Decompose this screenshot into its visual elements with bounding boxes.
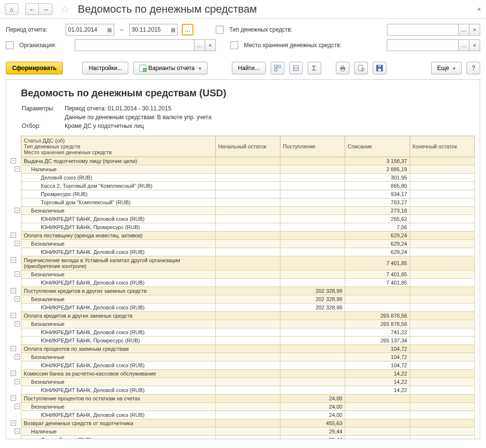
- table-row[interactable]: ЮНИКРЕДИТ БАНК, Деловой союз (RUB)104,72: [21, 361, 475, 370]
- svg-rect-12: [378, 69, 381, 71]
- period-picker-button[interactable]: …: [182, 24, 193, 36]
- preview-icon[interactable]: [354, 62, 368, 74]
- find-button[interactable]: Найти...: [232, 62, 266, 74]
- money-type-select-button[interactable]: …: [459, 24, 469, 36]
- table-row[interactable]: −Выдача ДС подотчетному лицу (прочие цел…: [21, 157, 475, 165]
- table-row[interactable]: −Поступление процентов по остаткам на сч…: [21, 394, 475, 403]
- table-row[interactable]: −Безналичные265 878,56: [21, 320, 475, 328]
- variants-button[interactable]: Варианты отчета: [133, 62, 207, 74]
- table-row[interactable]: Промресурс (RUB)934,17: [21, 190, 475, 198]
- collapse-toggle[interactable]: −: [15, 241, 20, 246]
- collapse-toggle[interactable]: −: [11, 346, 16, 351]
- settings-button[interactable]: Настройки...: [82, 62, 128, 74]
- storage-checkbox[interactable]: [230, 41, 238, 49]
- save-icon[interactable]: [373, 62, 386, 74]
- collapse-toggle[interactable]: −: [11, 395, 16, 401]
- storage-input[interactable]: [387, 39, 459, 51]
- data-table: Статья ДДС (об) Тип денежных средств Мес…: [21, 136, 475, 439]
- collapse-toggle[interactable]: −: [11, 158, 16, 163]
- collapse-toggle[interactable]: −: [11, 257, 16, 263]
- money-type-checkbox[interactable]: [216, 26, 224, 34]
- table-row[interactable]: ЮНИКРЕДИТ БАНК, Деловой союз (RUB)7 401,…: [21, 279, 475, 287]
- table-row[interactable]: −Безналичные24,00: [21, 403, 475, 411]
- table-row[interactable]: ЮНИКРЕДИТ БАНК, Деловой союз (RUB)741,22: [21, 328, 475, 337]
- more-button[interactable]: Еще: [431, 62, 462, 74]
- col-closing: Конечный остаток: [410, 136, 474, 157]
- calendar-icon[interactable]: ▦: [171, 27, 175, 33]
- calendar-icon[interactable]: ▦: [107, 27, 112, 33]
- collapse-toggle[interactable]: −: [15, 208, 20, 213]
- print-icon[interactable]: [336, 62, 349, 74]
- period-label: Период отчета:: [6, 26, 62, 33]
- table-row[interactable]: ЮНИКРЕДИТ БАНК, Деловой союз (RUB)202 32…: [21, 304, 475, 312]
- table-row[interactable]: Деловой союз (RUB)301,95: [21, 174, 475, 182]
- table-row[interactable]: −Безналичные14,22: [21, 378, 475, 386]
- org-input[interactable]: [75, 39, 194, 51]
- sum-icon[interactable]: Σ: [308, 62, 321, 74]
- table-row[interactable]: −Наличные29,44: [21, 428, 475, 436]
- table-row[interactable]: −Безналичные104,72: [21, 353, 475, 361]
- collapse-toggle[interactable]: −: [11, 233, 16, 238]
- collapse-toggle[interactable]: −: [11, 371, 16, 376]
- collapse-groups-icon[interactable]: [289, 62, 303, 74]
- expand-groups-icon[interactable]: [271, 62, 284, 74]
- money-type-clear-button[interactable]: ×: [469, 24, 480, 36]
- collapse-toggle[interactable]: −: [11, 313, 16, 318]
- collapse-toggle[interactable]: −: [15, 429, 20, 434]
- forward-button[interactable]: →: [39, 3, 52, 15]
- table-row[interactable]: −Безналичные273,18: [21, 207, 475, 215]
- svg-rect-8: [341, 69, 344, 71]
- group-header-3: Место хранения денежных средств: [24, 149, 213, 155]
- table-row[interactable]: ЮНИКРЕДИТ БАНК, Промресурс (RUB)265 137,…: [21, 337, 475, 345]
- collapse-toggle[interactable]: −: [15, 271, 20, 277]
- home-button[interactable]: ⌂: [5, 3, 18, 15]
- table-row[interactable]: Торговый дом "Комплексный" (RUB)783,27: [21, 198, 475, 207]
- org-checkbox[interactable]: [6, 41, 14, 49]
- collapse-toggle[interactable]: −: [15, 296, 20, 302]
- collapse-toggle[interactable]: −: [11, 420, 16, 426]
- back-button[interactable]: ←: [25, 3, 39, 15]
- date-from-input[interactable]: 01.01.2014▦: [66, 24, 114, 36]
- col-opening: Начальный остаток: [215, 136, 280, 157]
- collapse-toggle[interactable]: −: [15, 354, 20, 359]
- table-row[interactable]: Деловой союз (RUB)29,44: [21, 436, 475, 440]
- svg-text:Σ: Σ: [312, 64, 316, 72]
- table-row[interactable]: −Оплата кредитов и других заемных средст…: [21, 312, 475, 320]
- help-icon[interactable]: ?: [467, 62, 480, 74]
- money-type-input[interactable]: [387, 24, 459, 36]
- table-row[interactable]: −Наличные2 885,19: [21, 165, 475, 174]
- favorite-star-icon[interactable]: ☆: [60, 3, 70, 16]
- table-row[interactable]: ЮНИКРЕДИТ БАНК, Деловой союз (RUB)14,22: [21, 386, 475, 394]
- table-row[interactable]: ЮНИКРЕДИТ БАНК, Промресурс (RUB)7,56: [21, 223, 475, 232]
- table-row[interactable]: −Оплата процентов по заемным средствам10…: [21, 345, 475, 353]
- table-row[interactable]: −Поступление кредитов и других заемных с…: [21, 287, 475, 295]
- date-to-input[interactable]: 30.11.2015▦: [129, 24, 178, 36]
- table-row[interactable]: ЮНИКРЕДИТ БАНК, Деловой союз (RUB)265,62: [21, 215, 475, 223]
- table-row[interactable]: ЮНИКРЕДИТ БАНК, Деловой союз (RUB)24,00: [21, 411, 475, 419]
- page-title: Ведомость по денежным средствам: [78, 3, 257, 16]
- collapse-toggle[interactable]: −: [15, 379, 20, 384]
- org-select-button[interactable]: …: [194, 39, 205, 51]
- table-row[interactable]: Касса 2, Торговый дом "Комплексный" (RUB…: [21, 182, 475, 190]
- storage-label: Место хранения денежных средств:: [244, 42, 342, 49]
- report-area[interactable]: − Ведомость по денежным средствам (USD) …: [6, 79, 480, 439]
- table-row[interactable]: −Возврат денежных средств от подотчетник…: [21, 419, 475, 428]
- table-row[interactable]: −Безналичные629,24: [21, 240, 475, 248]
- table-row[interactable]: ЮНИКРЕДИТ БАНК, Деловой союз (RUB)629,24: [21, 248, 475, 256]
- collapse-toggle[interactable]: −: [15, 404, 20, 409]
- collapse-toggle[interactable]: −: [15, 321, 20, 326]
- svg-rect-0: [275, 65, 277, 68]
- table-row[interactable]: −Безналичные7 401,85: [21, 270, 475, 279]
- table-row[interactable]: −Оплата поставщику (аренда инвестиц. акт…: [21, 232, 475, 240]
- close-button[interactable]: ×: [477, 5, 481, 13]
- table-row[interactable]: −Перечисление вклада в Уставный капитал …: [21, 256, 475, 270]
- table-row[interactable]: −Безналичные202 328,98: [21, 295, 475, 304]
- collapse-toggle[interactable]: −: [11, 288, 16, 293]
- org-label: Организация:: [19, 42, 66, 49]
- form-button[interactable]: Сформировать: [6, 62, 63, 74]
- org-clear-button[interactable]: ×: [205, 39, 216, 51]
- table-row[interactable]: −Комиссия банка за расчетно-кассовое обс…: [21, 370, 475, 378]
- storage-select-button[interactable]: …: [459, 39, 469, 51]
- storage-clear-button[interactable]: ×: [469, 39, 480, 51]
- collapse-toggle[interactable]: −: [15, 166, 20, 172]
